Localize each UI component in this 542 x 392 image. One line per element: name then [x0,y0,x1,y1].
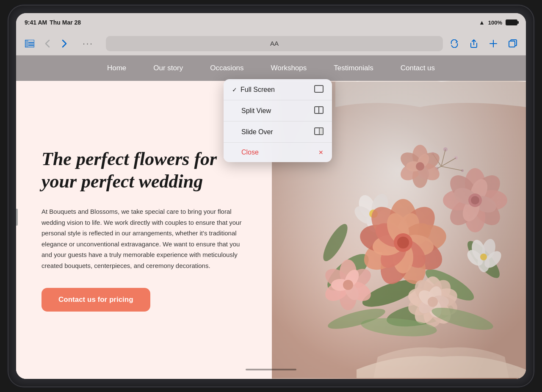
wifi-icon: ▲ [479,19,485,26]
split-view-option[interactable]: Split View [224,100,332,121]
share-button[interactable] [467,37,480,50]
ipad-frame: 9:41 AM Thu Mar 28 ▲ 100% [8,6,534,386]
slide-over-icon [314,127,324,136]
full-screen-option[interactable]: ✓ Full Screen [224,79,332,100]
slide-over-option[interactable]: Slide Over [224,121,332,143]
status-bar: 9:41 AM Thu Mar 28 ▲ 100% [16,13,526,32]
browser-actions [448,37,519,50]
website-content: Home Our story Occasions Workshops Testi… [16,55,526,379]
forward-button[interactable] [58,38,70,50]
split-view-icon [314,106,324,115]
svg-rect-115 [319,128,323,135]
slide-over-label: Slide Over [241,128,273,136]
full-screen-icon [314,85,324,94]
status-bar-left: 9:41 AM Thu Mar 28 [25,19,81,26]
ipad-screen: 9:41 AM Thu Mar 28 ▲ 100% [16,13,526,379]
full-screen-label: Full Screen [241,86,275,94]
svg-rect-0 [25,40,28,47]
reload-button[interactable] [448,37,461,50]
close-option-left: Close [232,149,259,156]
date-display: Thu Mar 28 [50,19,81,26]
three-dots-menu[interactable]: ··· [75,39,101,48]
slide-over-option-left: Slide Over [232,128,273,136]
close-x-icon: ✕ [318,149,324,156]
time-display: 9:41 AM [25,19,47,26]
add-tab-button[interactable] [487,37,500,50]
close-label: Close [241,149,259,156]
address-text: AA [270,40,279,47]
split-view-option-left: Split View [232,107,271,115]
svg-rect-7 [509,41,515,47]
browser-bar: ··· AA [16,32,526,55]
svg-rect-111 [315,86,323,92]
back-button[interactable] [41,38,53,50]
close-option[interactable]: Close ✕ [224,143,332,162]
battery-icon [506,19,517,25]
check-icon: ✓ [232,86,237,93]
tabs-button[interactable] [506,37,519,50]
address-bar[interactable]: AA [106,36,443,51]
dropdown-overlay: ✓ Full Screen Split View [16,55,526,379]
status-bar-right: ▲ 100% [479,19,517,26]
full-screen-option-left: ✓ Full Screen [232,86,275,94]
split-view-label: Split View [241,107,271,115]
battery-percent: 100% [488,19,502,26]
dropdown-menu: ✓ Full Screen Split View [224,79,332,162]
sidebar-toggle-button[interactable] [23,37,36,50]
battery-fill [506,20,517,25]
